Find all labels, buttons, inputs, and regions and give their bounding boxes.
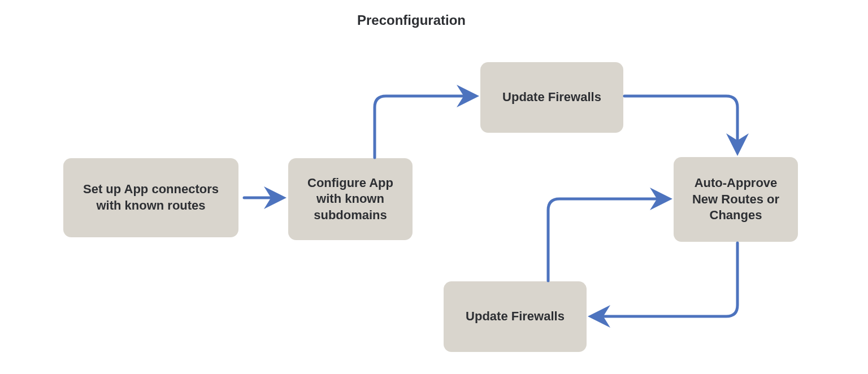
diagram-canvas: Preconfiguration Set up App connectors w…: [0, 0, 868, 374]
node-update-firewalls-bottom: Update Firewalls: [444, 281, 587, 352]
arrow-firewalls-bottom-to-autoapprove: [548, 199, 667, 281]
arrow-firewalls-top-to-autoapprove: [624, 96, 737, 150]
arrow-autoapprove-to-firewalls-bottom: [593, 243, 737, 316]
node-label: Auto-Approve New Routes or Changes: [682, 175, 790, 224]
node-label: Update Firewalls: [466, 308, 565, 325]
arrow-configure-to-firewalls-top: [375, 96, 474, 158]
node-auto-approve: Auto-Approve New Routes or Changes: [674, 157, 798, 242]
node-label: Configure App with known subdomains: [296, 175, 405, 224]
node-label: Update Firewalls: [502, 89, 601, 106]
node-setup-app-connectors: Set up App connectors with known routes: [63, 158, 238, 237]
diagram-title: Preconfiguration: [321, 12, 502, 28]
node-label: Set up App connectors with known routes: [71, 181, 231, 214]
node-update-firewalls-top: Update Firewalls: [480, 62, 623, 133]
node-configure-app: Configure App with known subdomains: [288, 158, 413, 240]
